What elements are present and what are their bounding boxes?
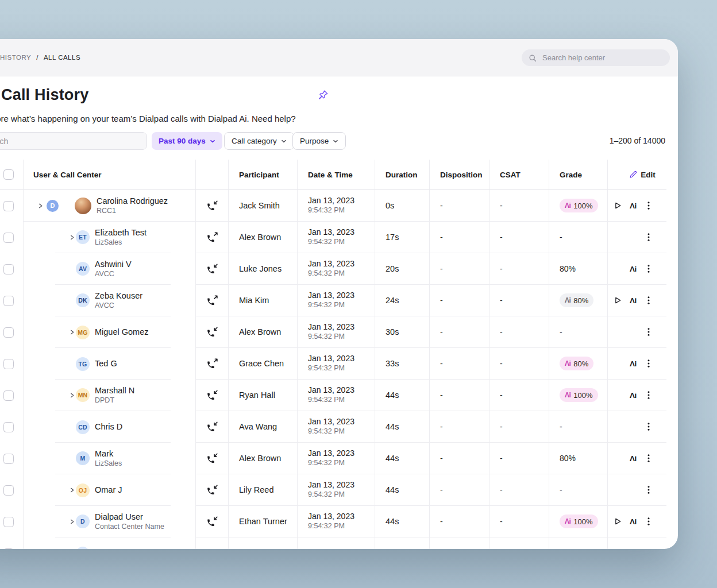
direction-cell bbox=[195, 411, 228, 443]
actions-cell bbox=[607, 474, 666, 506]
date-range-filter[interactable]: Past 90 days bbox=[152, 132, 222, 150]
row-checkbox[interactable] bbox=[3, 327, 14, 338]
row-checkbox[interactable] bbox=[3, 548, 14, 550]
row-checkbox[interactable] bbox=[3, 485, 14, 496]
table-row[interactable]: ETElizabeth TestLizSalesAlex BrownJan 13… bbox=[0, 222, 666, 253]
row-checkbox[interactable] bbox=[3, 454, 14, 464]
table-row[interactable]: CDChris DAva WangJan 13, 20239:54:32 PM4… bbox=[0, 411, 666, 443]
ai-grade-badge[interactable]: Λi100% bbox=[560, 199, 598, 212]
row-menu-button[interactable] bbox=[643, 452, 654, 464]
table-row[interactable]: DKZeba KouserAVCCMia KimJan 13, 20239:54… bbox=[0, 285, 666, 316]
table-search-input[interactable] bbox=[0, 132, 147, 150]
expand-row-button[interactable] bbox=[68, 487, 76, 493]
table-row[interactable]: DCarolina RodriguezRCC1Jack SmithJan 13,… bbox=[0, 190, 666, 222]
play-recording-button[interactable] bbox=[612, 200, 623, 211]
row-menu-button[interactable] bbox=[643, 231, 654, 243]
ai-transcript-button[interactable]: Λi bbox=[628, 516, 638, 527]
row-checkbox[interactable] bbox=[3, 233, 14, 243]
grade-value: 80% bbox=[560, 264, 576, 273]
row-checkbox[interactable] bbox=[3, 201, 14, 211]
row-checkbox[interactable] bbox=[3, 296, 14, 306]
csat-cell: - bbox=[489, 411, 549, 443]
call-time: 9:54:32 PM bbox=[308, 364, 345, 373]
ai-transcript-button[interactable]: Λi bbox=[628, 295, 638, 306]
user-call-center: DPDT bbox=[95, 396, 134, 404]
outgoing-call-icon bbox=[206, 358, 218, 370]
edit-columns-button[interactable]: Edit bbox=[607, 160, 666, 190]
table-row[interactable]: AVAshwini VAVCCLuke JonesJan 13, 20239:5… bbox=[0, 253, 666, 285]
table-row[interactable]: OJOmar JLily ReedJan 13, 20239:54:32 PM4… bbox=[0, 474, 666, 506]
header-check-cell bbox=[0, 160, 23, 190]
row-menu-button[interactable] bbox=[643, 326, 654, 338]
datetime-cell: Jan 13, 20239:54:32 PM bbox=[297, 380, 375, 411]
row-menu-button[interactable] bbox=[643, 421, 654, 432]
row-menu-button[interactable] bbox=[643, 200, 654, 211]
datetime-cell: Jan 13, 20239:54:32 PM bbox=[297, 253, 375, 285]
call-category-filter[interactable]: Call category bbox=[224, 132, 294, 150]
row-checkbox[interactable] bbox=[3, 517, 14, 527]
user-cell: MGMiguel Gomez bbox=[23, 316, 195, 348]
page-subtitle: Explore what’s happening on your team’s … bbox=[0, 114, 296, 123]
user-avatar: CD bbox=[76, 420, 90, 434]
ai-icon: Λi bbox=[565, 202, 570, 210]
ai-transcript-button[interactable]: Λi bbox=[628, 263, 638, 274]
call-date: Jan 13, 2023 bbox=[308, 322, 354, 332]
expand-row-button[interactable] bbox=[36, 203, 44, 209]
group-avatar: D bbox=[47, 200, 59, 212]
ai-grade-badge[interactable]: Λi80% bbox=[560, 357, 593, 370]
row-menu-button[interactable] bbox=[643, 263, 654, 274]
expand-row-button[interactable] bbox=[68, 234, 76, 241]
ai-transcript-button[interactable]: Λi bbox=[628, 200, 638, 211]
row-checkbox[interactable] bbox=[3, 422, 14, 432]
play-recording-button[interactable] bbox=[612, 516, 623, 527]
table-row[interactable]: MMarkLizSalesAlex BrownJan 13, 20239:54:… bbox=[0, 443, 666, 474]
disposition-cell: - bbox=[429, 411, 489, 443]
row-menu-button[interactable] bbox=[643, 295, 654, 306]
row-checkbox[interactable] bbox=[3, 359, 14, 369]
pin-button[interactable] bbox=[317, 88, 329, 101]
row-menu-button[interactable] bbox=[643, 516, 654, 527]
row-menu-button[interactable] bbox=[643, 358, 654, 369]
table-row[interactable]: TGTed GGrace ChenJan 13, 20239:54:32 PM3… bbox=[0, 348, 666, 380]
breadcrumb-parent[interactable]: HISTORY bbox=[0, 54, 31, 61]
user-cell: DCarolina RodriguezRCC1 bbox=[23, 190, 195, 222]
expand-chevron-icon bbox=[69, 234, 75, 241]
row-checkbox[interactable] bbox=[3, 264, 14, 274]
ai-grade-badge[interactable]: Λi100% bbox=[560, 514, 598, 528]
expand-row-button[interactable] bbox=[68, 519, 76, 525]
kebab-menu-icon bbox=[643, 421, 654, 432]
expand-row-button[interactable] bbox=[68, 329, 76, 335]
row-check-cell bbox=[0, 222, 23, 253]
ai-grade-badge[interactable]: Λi100% bbox=[560, 388, 598, 402]
direction-cell bbox=[195, 253, 228, 285]
ai-transcript-button[interactable]: Λi bbox=[628, 358, 638, 369]
call-history-panel: HISTORY / ALL CALLS Call History Explore… bbox=[0, 39, 678, 549]
header-disposition: Disposition bbox=[429, 160, 489, 190]
header-csat: CSAT bbox=[489, 160, 549, 190]
incoming-call-icon bbox=[206, 516, 218, 528]
row-checkbox[interactable] bbox=[3, 390, 14, 401]
row-check-cell bbox=[0, 190, 23, 222]
ai-transcript-button[interactable]: Λi bbox=[628, 452, 638, 464]
actions-cell: Λi bbox=[607, 380, 666, 411]
table-row[interactable]: MNMarshall NDPDTRyan HallJan 13, 20239:5… bbox=[0, 380, 666, 411]
purpose-filter[interactable]: Purpose bbox=[292, 132, 346, 150]
row-menu-button[interactable] bbox=[643, 389, 654, 401]
row-menu-button[interactable] bbox=[643, 484, 654, 496]
table-row[interactable]: DDialpad UserContact Center NameEthan Tu… bbox=[0, 506, 666, 537]
grade-cell: - bbox=[549, 222, 607, 253]
help-center-search[interactable] bbox=[522, 49, 670, 66]
play-recording-button[interactable] bbox=[612, 295, 623, 306]
disposition-cell: - bbox=[429, 380, 489, 411]
datetime-cell: Jan 13, 20239:54:32 PM bbox=[297, 316, 375, 348]
expand-row-button[interactable] bbox=[68, 392, 76, 399]
ai-grade-badge[interactable]: Λi80% bbox=[560, 293, 593, 307]
help-center-search-input[interactable] bbox=[541, 53, 663, 63]
ai-transcript-button[interactable]: Λi bbox=[628, 389, 638, 401]
incoming-call-icon bbox=[206, 389, 218, 401]
select-all-checkbox[interactable] bbox=[3, 169, 14, 180]
expand-chevron-icon bbox=[69, 519, 75, 525]
ai-icon: Λi bbox=[565, 296, 570, 304]
table-row[interactable]: MGMiguel GomezAlex BrownJan 13, 20239:54… bbox=[0, 316, 666, 348]
table-row[interactable]: DDialpad UserJan 13, 2023 bbox=[0, 537, 666, 549]
